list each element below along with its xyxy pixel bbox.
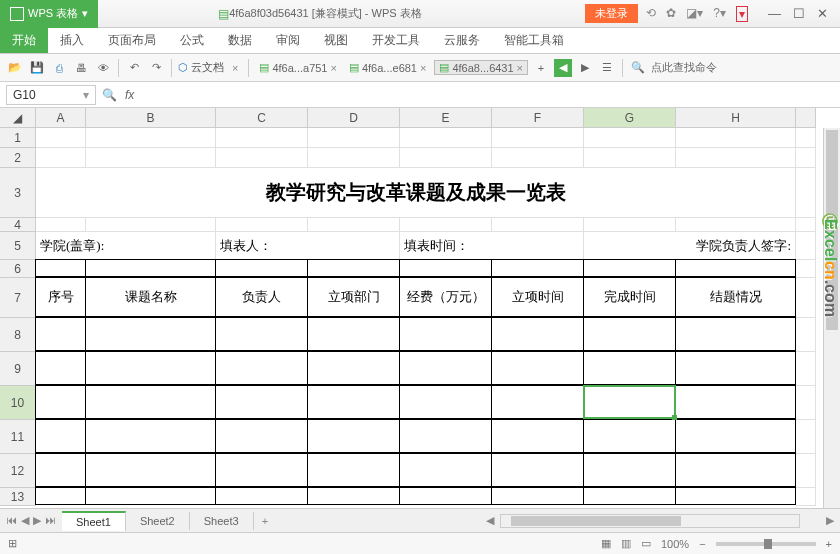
cell[interactable] bbox=[676, 218, 796, 232]
doc-tab-2[interactable]: ▤ 4f6a8...6431 × bbox=[434, 60, 528, 75]
cell[interactable] bbox=[36, 148, 86, 168]
cell[interactable] bbox=[35, 385, 86, 419]
row-header-6[interactable]: 6 bbox=[0, 260, 36, 278]
ribbon-tab-start[interactable]: 开始 bbox=[0, 28, 48, 53]
minimize-button[interactable]: — bbox=[768, 6, 781, 21]
tab-close-0[interactable]: × bbox=[232, 62, 238, 74]
sync-icon[interactable]: ⟲ bbox=[646, 6, 656, 22]
col-header-b[interactable]: B bbox=[86, 108, 216, 128]
col-header-h[interactable]: H bbox=[676, 108, 796, 128]
row-header-2[interactable]: 2 bbox=[0, 148, 36, 168]
cell[interactable] bbox=[35, 259, 86, 277]
row-header-3[interactable]: 3 bbox=[0, 168, 36, 218]
add-tab-icon[interactable]: + bbox=[532, 59, 550, 77]
row-header-4[interactable]: 4 bbox=[0, 218, 36, 232]
cell[interactable] bbox=[85, 259, 216, 277]
col-header-c[interactable]: C bbox=[216, 108, 308, 128]
cell[interactable] bbox=[85, 419, 216, 453]
sheet-nav-first-icon[interactable]: ⏮ bbox=[6, 514, 17, 527]
col-header-e[interactable]: E bbox=[400, 108, 492, 128]
cell[interactable] bbox=[675, 351, 796, 385]
hdr-end[interactable]: 完成时间 bbox=[583, 277, 676, 317]
filltime-label[interactable]: 填表时间： bbox=[400, 232, 584, 260]
col-header-g[interactable]: G bbox=[584, 108, 676, 128]
sheet-tab-3[interactable]: Sheet3 bbox=[190, 512, 254, 530]
cell[interactable] bbox=[399, 487, 492, 505]
app-logo[interactable]: WPS 表格 ▾ bbox=[0, 0, 98, 28]
add-sheet-button[interactable]: + bbox=[254, 512, 276, 530]
hdr-dept[interactable]: 立项部门 bbox=[307, 277, 400, 317]
cell[interactable] bbox=[399, 385, 492, 419]
hscroll-thumb[interactable] bbox=[511, 516, 681, 526]
cell[interactable] bbox=[492, 148, 584, 168]
cell[interactable] bbox=[307, 259, 400, 277]
cell[interactable] bbox=[86, 218, 216, 232]
sheet-nav-last-icon[interactable]: ⏭ bbox=[45, 514, 56, 527]
cell[interactable] bbox=[584, 218, 676, 232]
cell[interactable] bbox=[215, 351, 308, 385]
tab-close-3[interactable]: × bbox=[517, 62, 523, 74]
cell[interactable] bbox=[676, 148, 796, 168]
cell[interactable] bbox=[216, 218, 308, 232]
cell[interactable] bbox=[85, 487, 216, 505]
zoom-thumb[interactable] bbox=[764, 539, 772, 549]
row-header-13[interactable]: 13 bbox=[0, 488, 36, 506]
status-page-icon[interactable]: ⊞ bbox=[8, 537, 17, 550]
cell[interactable] bbox=[215, 385, 308, 419]
cell[interactable] bbox=[399, 259, 492, 277]
cell[interactable] bbox=[676, 128, 796, 148]
cell[interactable] bbox=[675, 385, 796, 419]
search-icon[interactable]: 🔍 bbox=[629, 59, 647, 77]
ribbon-tab-insert[interactable]: 插入 bbox=[48, 28, 96, 53]
cell[interactable] bbox=[491, 419, 584, 453]
row-header-11[interactable]: 11 bbox=[0, 420, 36, 454]
name-box[interactable]: G10 ▾ bbox=[6, 85, 96, 105]
doc-tab-1[interactable]: ▤ 4f6a...e681 × bbox=[345, 61, 431, 74]
cell[interactable] bbox=[35, 487, 86, 505]
tab-close-2[interactable]: × bbox=[420, 62, 426, 74]
cell[interactable] bbox=[36, 128, 86, 148]
ribbon-tab-smart[interactable]: 智能工具箱 bbox=[492, 28, 576, 53]
cell[interactable] bbox=[796, 260, 816, 278]
export-icon[interactable]: ⎙ bbox=[50, 59, 68, 77]
hscroll-right-icon[interactable]: ▶ bbox=[820, 514, 840, 527]
cell[interactable] bbox=[308, 148, 400, 168]
ribbon-tab-cloud[interactable]: 云服务 bbox=[432, 28, 492, 53]
main-title[interactable]: 教学研究与改革课题及成果一览表 bbox=[36, 168, 796, 218]
cell[interactable] bbox=[491, 453, 584, 487]
cell[interactable] bbox=[308, 128, 400, 148]
row-header-12[interactable]: 12 bbox=[0, 454, 36, 488]
cell[interactable] bbox=[399, 419, 492, 453]
save-icon[interactable]: 💾 bbox=[28, 59, 46, 77]
signer-label[interactable]: 学院负责人签字: bbox=[584, 232, 796, 260]
cell[interactable] bbox=[400, 218, 492, 232]
view-normal-icon[interactable]: ▦ bbox=[601, 537, 611, 550]
cell[interactable] bbox=[86, 128, 216, 148]
cell[interactable] bbox=[399, 351, 492, 385]
cell[interactable] bbox=[583, 453, 676, 487]
cell[interactable] bbox=[399, 317, 492, 351]
row-header-1[interactable]: 1 bbox=[0, 128, 36, 148]
cell[interactable] bbox=[215, 259, 308, 277]
cell[interactable] bbox=[675, 419, 796, 453]
redo-icon[interactable]: ↷ bbox=[147, 59, 165, 77]
cell[interactable] bbox=[85, 317, 216, 351]
zoom-slider[interactable] bbox=[716, 542, 816, 546]
sheet-nav-next-icon[interactable]: ▶ bbox=[33, 514, 41, 527]
ribbon-tab-review[interactable]: 审阅 bbox=[264, 28, 312, 53]
sheet-tab-1[interactable]: Sheet1 bbox=[62, 511, 126, 531]
ribbon-tab-data[interactable]: 数据 bbox=[216, 28, 264, 53]
cell[interactable] bbox=[399, 453, 492, 487]
cell[interactable] bbox=[492, 218, 584, 232]
cell[interactable] bbox=[491, 351, 584, 385]
hdr-leader[interactable]: 负责人 bbox=[215, 277, 308, 317]
cell[interactable] bbox=[583, 487, 676, 505]
cell[interactable] bbox=[86, 148, 216, 168]
hdr-topic[interactable]: 课题名称 bbox=[85, 277, 216, 317]
dropdown-icon[interactable]: ▾ bbox=[83, 88, 89, 102]
college-label[interactable]: 学院(盖章): bbox=[36, 232, 216, 260]
row-header-10[interactable]: 10 bbox=[0, 386, 36, 420]
cell[interactable] bbox=[307, 385, 400, 419]
cloud-doc[interactable]: ⬡ 云文档 bbox=[178, 60, 224, 75]
nav-right-icon[interactable]: ▶ bbox=[576, 59, 594, 77]
